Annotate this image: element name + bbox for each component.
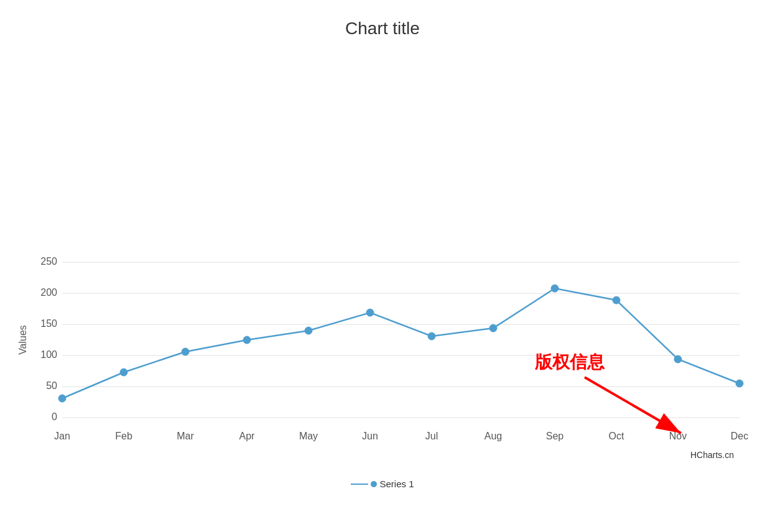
chart-svg: 0 50 100 150 200 250 Values Jan Feb Mar …: [12, 51, 753, 474]
chart-legend: Series 1: [12, 479, 753, 489]
y-tick-0: 0: [52, 411, 57, 422]
chart-area: 0 50 100 150 200 250 Values Jan Feb Mar …: [12, 51, 753, 474]
chart-container: Chart title 0 50 100 150 200: [0, 0, 765, 532]
x-label-sep: Sep: [546, 431, 564, 441]
x-label-apr: Apr: [239, 431, 256, 441]
y-axis-label: Values: [17, 325, 28, 355]
arrow-line: [585, 377, 681, 433]
data-point-feb: [120, 369, 128, 376]
data-point-jan: [58, 395, 66, 402]
legend-dot: [371, 481, 377, 487]
y-tick-50: 50: [46, 380, 57, 391]
x-label-jan: Jan: [54, 431, 70, 441]
chart-title: Chart title: [12, 12, 753, 39]
y-tick-150: 150: [40, 318, 57, 329]
data-point-jun: [366, 309, 374, 316]
y-tick-100: 100: [40, 349, 57, 360]
x-label-mar: Mar: [177, 431, 194, 441]
data-point-oct: [613, 296, 620, 304]
x-label-dec: Dec: [731, 431, 748, 441]
data-point-mar: [182, 348, 189, 355]
y-tick-200: 200: [40, 287, 57, 298]
copyright-text: HCharts.cn: [690, 450, 734, 460]
x-label-aug: Aug: [484, 431, 502, 441]
data-point-sep: [551, 285, 559, 292]
watermark-text: 版权信息: [534, 352, 605, 372]
x-label-oct: Oct: [609, 431, 624, 441]
data-point-nov: [674, 355, 682, 363]
x-label-jun: Jun: [362, 431, 378, 441]
y-tick-250: 250: [40, 256, 57, 267]
legend-label: Series 1: [379, 479, 414, 489]
x-label-may: May: [299, 431, 318, 441]
data-point-jul: [428, 332, 435, 340]
data-point-may: [305, 327, 312, 334]
x-label-feb: Feb: [115, 431, 132, 441]
data-point-aug: [489, 324, 497, 332]
legend-series-1: Series 1: [351, 479, 414, 489]
series-1-line: [62, 288, 740, 398]
data-point-dec: [736, 380, 743, 387]
data-point-apr: [243, 336, 251, 344]
legend-line: [351, 484, 368, 485]
x-label-jul: Jul: [425, 431, 438, 441]
